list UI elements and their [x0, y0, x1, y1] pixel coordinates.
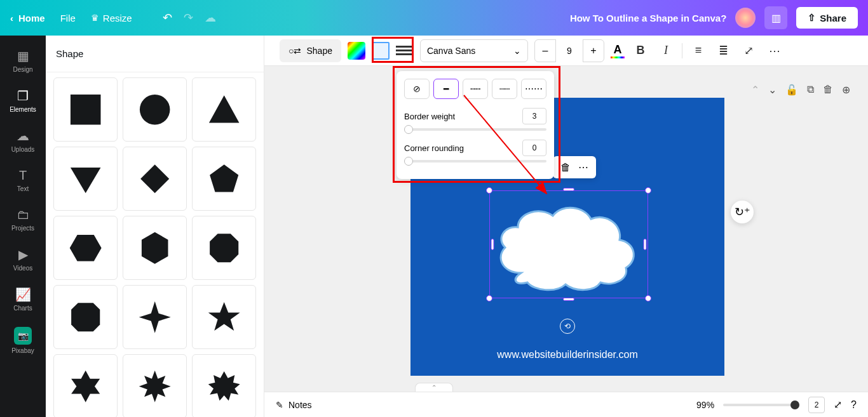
- border-dashed-long-option[interactable]: ╌╌: [463, 79, 488, 99]
- resize-handle-tl[interactable]: [486, 187, 492, 194]
- svg-marker-11: [208, 302, 240, 331]
- resize-handle-bl[interactable]: [486, 295, 492, 301]
- corner-rounding-input[interactable]: [522, 140, 546, 156]
- page-count-button[interactable]: 2: [808, 397, 825, 413]
- border-none-option[interactable]: ⊘: [404, 79, 430, 99]
- add-page-icon[interactable]: ⊕: [842, 84, 850, 96]
- fill-color-button[interactable]: [348, 42, 365, 60]
- delete-page-icon[interactable]: 🗑: [823, 84, 833, 96]
- shape-hexagon-v[interactable]: [123, 216, 187, 280]
- help-icon[interactable]: ?: [851, 399, 857, 411]
- border-style-popover: ⊘ ━ ╌╌ ┄┄ ⋯⋯ Border weight Corner roundi…: [397, 71, 554, 179]
- shape-hexagon-h[interactable]: [53, 216, 118, 280]
- nav-label: Design: [13, 66, 32, 73]
- resize-handle-tr[interactable]: [645, 187, 651, 194]
- nav-uploads[interactable]: ☁Uploads: [0, 121, 46, 161]
- fullscreen-icon[interactable]: ⤢: [834, 399, 842, 411]
- shape-type-button[interactable]: ○⇄ Shape: [280, 39, 341, 62]
- resize-handle-t[interactable]: [563, 188, 574, 191]
- list-button[interactable]: ≣: [714, 41, 733, 60]
- shape-square[interactable]: [53, 77, 118, 142]
- shape-triangle-down[interactable]: [53, 147, 118, 211]
- border-solid-option[interactable]: ━: [433, 79, 459, 99]
- videos-icon: ▶: [18, 247, 28, 262]
- nav-text[interactable]: TText: [0, 161, 46, 200]
- collapse-handle[interactable]: ⌃: [415, 383, 453, 392]
- font-select[interactable]: Canva Sans ⌄: [420, 39, 528, 62]
- page-down-icon[interactable]: ⌄: [768, 84, 776, 96]
- decrease-size-button[interactable]: –: [535, 39, 555, 62]
- nav-charts[interactable]: 📈Charts: [0, 279, 46, 319]
- font-name: Canva Sans: [427, 46, 475, 56]
- zoom-level[interactable]: 99%: [696, 400, 714, 410]
- border-dotted-option[interactable]: ⋯⋯: [521, 79, 546, 99]
- shape-star8[interactable]: [123, 354, 187, 417]
- shape-octagon[interactable]: [192, 216, 256, 280]
- border-style-button[interactable]: [396, 42, 414, 60]
- delete-element-icon[interactable]: 🗑: [560, 162, 571, 173]
- border-weight-slider[interactable]: [404, 128, 546, 131]
- text-color-button[interactable]: A: [611, 43, 625, 58]
- shape-label: Shape: [306, 46, 332, 56]
- share-button[interactable]: ⇧ Share: [796, 7, 858, 29]
- corner-rounding-slider[interactable]: [404, 160, 546, 162]
- shape-pentagon[interactable]: [192, 147, 256, 211]
- redo-icon[interactable]: ↷: [184, 11, 193, 25]
- italic-button[interactable]: I: [656, 41, 675, 60]
- shape-triangle[interactable]: [192, 77, 256, 142]
- canvas-url-text[interactable]: www.websitebuilderinsider.com: [410, 349, 724, 361]
- notes-button[interactable]: ✎ Notes: [276, 400, 312, 410]
- quick-action-button[interactable]: ↻⁺: [731, 201, 754, 223]
- share-icon: ⇧: [808, 12, 816, 23]
- border-color-button[interactable]: [372, 42, 390, 60]
- duplicate-page-icon[interactable]: ⧉: [807, 84, 814, 96]
- undo-icon[interactable]: ↶: [163, 11, 172, 25]
- shape-diamond[interactable]: [123, 147, 187, 211]
- more-button[interactable]: ⋯: [765, 41, 784, 60]
- pixabay-icon: 📷: [14, 327, 32, 345]
- document-title[interactable]: How To Outline a Shape in Canva?: [570, 13, 726, 23]
- increase-size-button[interactable]: +: [583, 39, 604, 62]
- svg-marker-13: [139, 371, 171, 402]
- border-dashed-short-option[interactable]: ┄┄: [492, 79, 517, 99]
- sync-icon[interactable]: ⟲: [560, 319, 575, 334]
- nav-projects[interactable]: 🗀Projects: [0, 200, 46, 239]
- cloud-shape-selection[interactable]: [489, 190, 648, 298]
- zoom-slider[interactable]: [723, 404, 799, 406]
- nav-design[interactable]: ▦Design: [0, 41, 46, 81]
- shape-star5[interactable]: [192, 285, 256, 349]
- border-weight-input[interactable]: [522, 108, 546, 124]
- resize-handle-l[interactable]: [491, 239, 494, 250]
- nav-elements[interactable]: ❐Elements: [0, 81, 46, 121]
- shape-star4[interactable]: [123, 285, 187, 349]
- resize-handle-br[interactable]: [645, 295, 651, 301]
- spacing-button[interactable]: ⤢: [740, 41, 759, 60]
- home-button[interactable]: ‹ Home: [10, 13, 45, 23]
- avatar[interactable]: [735, 8, 756, 28]
- page-up-icon[interactable]: ⌃: [751, 84, 759, 96]
- nav-label: Uploads: [11, 146, 35, 153]
- shape-rounded-square[interactable]: [53, 285, 118, 349]
- resize-menu[interactable]: ♛ Resize: [91, 13, 132, 23]
- nav-label: Projects: [11, 225, 34, 232]
- file-menu[interactable]: File: [60, 13, 76, 23]
- slider-thumb[interactable]: [404, 125, 413, 134]
- lock-icon[interactable]: 🔓: [785, 84, 798, 96]
- svg-marker-14: [208, 371, 240, 400]
- resize-handle-r[interactable]: [644, 239, 647, 250]
- cloud-sync-icon[interactable]: ☁: [205, 11, 216, 25]
- shape-star6[interactable]: [53, 354, 118, 417]
- shape-circle[interactable]: [123, 77, 187, 142]
- nav-videos[interactable]: ▶Videos: [0, 239, 46, 279]
- resize-handle-b[interactable]: [563, 298, 574, 301]
- insights-button[interactable]: ▥: [764, 6, 787, 29]
- element-more-icon[interactable]: ⋯: [578, 161, 588, 173]
- slider-thumb[interactable]: [404, 157, 413, 166]
- bold-button[interactable]: B: [631, 41, 650, 60]
- zoom-thumb[interactable]: [790, 400, 799, 409]
- nav-pixabay[interactable]: 📷Pixabay: [0, 319, 46, 362]
- shape-burst[interactable]: [192, 354, 256, 417]
- align-button[interactable]: ≡: [689, 41, 708, 60]
- font-size-input[interactable]: [555, 39, 583, 62]
- canvas-area[interactable]: ⟲ www.websitebuilderinsider.com: [264, 66, 868, 392]
